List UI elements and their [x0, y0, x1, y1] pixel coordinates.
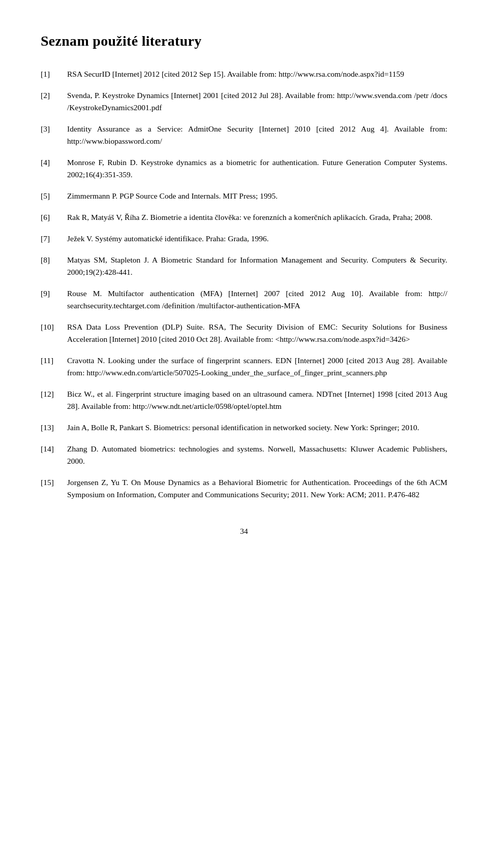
ref-number: [10]: [41, 321, 67, 333]
page-title: Seznam použité literatury: [41, 30, 447, 52]
ref-number: [9]: [41, 287, 67, 300]
reference-item: [1]RSA SecurID [Internet] 2012 [cited 20…: [41, 68, 447, 80]
ref-content: Ježek V. Systémy automatické identifikac…: [67, 233, 447, 245]
reference-item: [8]Matyas SM, Stapleton J. A Biometric S…: [41, 254, 447, 278]
ref-number: [15]: [41, 476, 67, 489]
ref-number: [8]: [41, 254, 67, 266]
reference-list: [1]RSA SecurID [Internet] 2012 [cited 20…: [41, 68, 447, 501]
page: Seznam použité literatury [1]RSA SecurID…: [0, 0, 488, 868]
reference-item: [10]RSA Data Loss Prevention (DLP) Suite…: [41, 321, 447, 345]
reference-item: [7]Ježek V. Systémy automatické identifi…: [41, 233, 447, 245]
reference-item: [12]Bicz W., et al. Fingerprint structur…: [41, 388, 447, 412]
ref-number: [13]: [41, 422, 67, 434]
reference-item: [9]Rouse M. Multifactor authentication (…: [41, 287, 447, 312]
ref-content: Zimmermann P. PGP Source Code and Intern…: [67, 190, 447, 202]
ref-content: Cravotta N. Looking under the surface of…: [67, 355, 447, 379]
ref-content: RSA SecurID [Internet] 2012 [cited 2012 …: [67, 68, 447, 80]
ref-number: [4]: [41, 156, 67, 169]
reference-item: [2]Svenda, P. Keystroke Dynamics [Intern…: [41, 89, 447, 114]
reference-item: [13]Jain A, Bolle R, Pankart S. Biometri…: [41, 422, 447, 434]
ref-content: Matyas SM, Stapleton J. A Biometric Stan…: [67, 254, 447, 278]
ref-number: [3]: [41, 123, 67, 135]
ref-number: [11]: [41, 355, 67, 367]
ref-content: Bicz W., et al. Fingerprint structure im…: [67, 388, 447, 412]
reference-item: [3]Identity Assurance as a Service: Admi…: [41, 123, 447, 147]
reference-item: [6]Rak R, Matyáš V, Říha Z. Biometrie a …: [41, 211, 447, 223]
ref-content: Svenda, P. Keystroke Dynamics [Internet]…: [67, 89, 447, 114]
reference-item: [14]Zhang D. Automated biometrics: techn…: [41, 443, 447, 467]
reference-item: [4]Monrose F, Rubin D. Keystroke dynamic…: [41, 156, 447, 181]
ref-number: [2]: [41, 89, 67, 102]
page-number: 34: [41, 525, 447, 537]
reference-item: [11]Cravotta N. Looking under the surfac…: [41, 355, 447, 379]
ref-content: RSA Data Loss Prevention (DLP) Suite. RS…: [67, 321, 447, 345]
ref-content: Zhang D. Automated biometrics: technolog…: [67, 443, 447, 467]
ref-number: [14]: [41, 443, 67, 455]
ref-content: Rouse M. Multifactor authentication (MFA…: [67, 287, 447, 312]
reference-item: [15]Jorgensen Z, Yu T. On Mouse Dynamics…: [41, 476, 447, 501]
ref-number: [1]: [41, 68, 67, 80]
ref-number: [7]: [41, 233, 67, 245]
ref-content: Monrose F, Rubin D. Keystroke dynamics a…: [67, 156, 447, 181]
ref-number: [5]: [41, 190, 67, 202]
ref-content: Jorgensen Z, Yu T. On Mouse Dynamics as …: [67, 476, 447, 501]
ref-number: [6]: [41, 211, 67, 223]
ref-number: [12]: [41, 388, 67, 400]
ref-content: Rak R, Matyáš V, Říha Z. Biometrie a ide…: [67, 211, 447, 223]
ref-content: Jain A, Bolle R, Pankart S. Biometrics: …: [67, 422, 447, 434]
ref-content: Identity Assurance as a Service: AdmitOn…: [67, 123, 447, 147]
reference-item: [5]Zimmermann P. PGP Source Code and Int…: [41, 190, 447, 202]
